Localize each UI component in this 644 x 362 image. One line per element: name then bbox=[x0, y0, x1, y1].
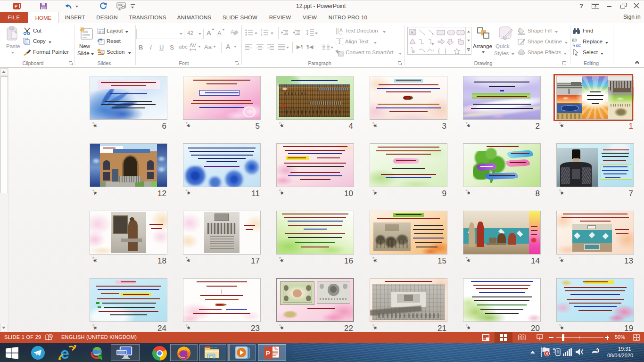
svg-text:}: } bbox=[445, 48, 446, 54]
svg-text:A: A bbox=[339, 28, 343, 33]
svg-text:3: 3 bbox=[261, 33, 262, 36]
svg-text:A: A bbox=[231, 29, 234, 35]
svg-text:{: { bbox=[438, 48, 440, 54]
svg-text:P: P bbox=[266, 350, 270, 357]
